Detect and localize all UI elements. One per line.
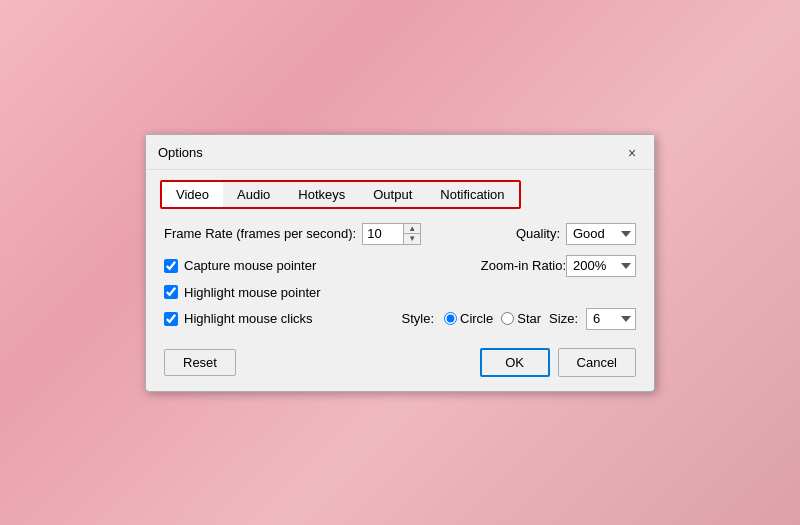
close-button[interactable]: × (622, 143, 642, 163)
frame-rate-label: Frame Rate (frames per second): (164, 226, 356, 241)
circle-option[interactable]: Circle (444, 311, 493, 326)
size-label: Size: (549, 311, 578, 326)
content-area: Frame Rate (frames per second): ▲ ▼ Qual… (160, 223, 640, 330)
tab-video[interactable]: Video (162, 182, 223, 207)
frame-rate-spinbox: ▲ ▼ (362, 223, 421, 245)
highlight-clicks-row: Highlight mouse clicks Style: Circle Sta… (164, 308, 636, 330)
tab-output[interactable]: Output (359, 182, 426, 207)
tab-notification[interactable]: Notification (426, 182, 518, 207)
circle-radio[interactable] (444, 312, 457, 325)
ok-button[interactable]: OK (480, 348, 550, 377)
cancel-button[interactable]: Cancel (558, 348, 636, 377)
size-dropdown[interactable]: 4 5 6 7 8 10 (586, 308, 636, 330)
frame-rate-input[interactable] (362, 223, 404, 245)
highlight-clicks-label[interactable]: Highlight mouse clicks (184, 311, 313, 326)
quality-label: Quality: (516, 226, 560, 241)
highlight-pointer-row: Highlight mouse pointer (164, 285, 636, 300)
highlight-pointer-label[interactable]: Highlight mouse pointer (184, 285, 321, 300)
spinbox-arrows: ▲ ▼ (404, 223, 421, 245)
spin-down-button[interactable]: ▼ (404, 234, 420, 244)
zoom-dropdown[interactable]: 100% 150% 200% 300% (566, 255, 636, 277)
frame-rate-row: Frame Rate (frames per second): ▲ ▼ Qual… (164, 223, 636, 245)
highlight-clicks-checkbox[interactable] (164, 312, 178, 326)
quality-dropdown[interactable]: Good Better Best (566, 223, 636, 245)
dialog-titlebar: Options × (146, 135, 654, 170)
zoom-group: Zoom-in Ratio: 100% 150% 200% 300% (481, 255, 636, 277)
zoom-label: Zoom-in Ratio: (481, 258, 566, 273)
dialog-body: Video Audio Hotkeys Output Notification … (146, 170, 654, 391)
options-dialog: Options × Video Audio Hotkeys Output Not… (145, 134, 655, 392)
capture-mouse-label[interactable]: Capture mouse pointer (184, 258, 316, 273)
tab-audio[interactable]: Audio (223, 182, 284, 207)
circle-label: Circle (460, 311, 493, 326)
dialog-title: Options (158, 145, 203, 160)
quality-group: Quality: Good Better Best (516, 223, 636, 245)
tab-hotkeys[interactable]: Hotkeys (284, 182, 359, 207)
capture-mouse-checkbox[interactable] (164, 259, 178, 273)
star-label: Star (517, 311, 541, 326)
highlight-pointer-checkbox[interactable] (164, 285, 178, 299)
style-label: Style: (402, 311, 435, 326)
star-option[interactable]: Star (501, 311, 541, 326)
star-radio[interactable] (501, 312, 514, 325)
reset-button[interactable]: Reset (164, 349, 236, 376)
style-group: Style: Circle Star Size: 4 5 6 7 (402, 308, 637, 330)
footer-right: OK Cancel (480, 348, 636, 377)
spin-up-button[interactable]: ▲ (404, 224, 420, 234)
dialog-footer: Reset OK Cancel (160, 348, 640, 377)
capture-mouse-row: Capture mouse pointer Zoom-in Ratio: 100… (164, 255, 636, 277)
tabs-container: Video Audio Hotkeys Output Notification (160, 180, 521, 209)
